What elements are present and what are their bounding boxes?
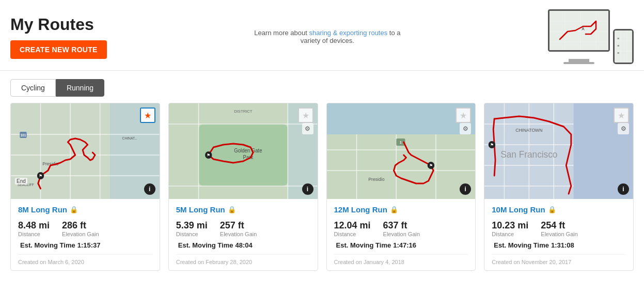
lock-icon-3: 🔒 [390, 206, 398, 213]
device-illustration: STRAVA [548, 9, 634, 64]
elevation-label-3: Elevation Gain [383, 231, 420, 237]
monitor-base [563, 62, 594, 64]
wrench-button-3[interactable]: ⚙ [460, 123, 471, 134]
svg-text:Golden Gate: Golden Gate [234, 148, 262, 153]
monitor-map: STRAVA [549, 11, 608, 50]
info-button-2[interactable]: i [302, 183, 313, 195]
elevation-stat-4: 254 ft Elevation Gain [541, 220, 578, 237]
elevation-stat-2: 257 ft Elevation Gain [220, 220, 257, 237]
svg-rect-44 [327, 103, 476, 134]
elevation-stat-3: 637 ft Elevation Gain [383, 220, 420, 237]
svg-text:1: 1 [400, 141, 402, 144]
created-on-1: Created on March 6, 2020 [18, 254, 152, 265]
distance-stat-4: 10.23 mi Distance [492, 220, 528, 237]
route-info-3: 12M Long Run 🔒 12.04 mi Distance 637 ft … [327, 199, 476, 270]
svg-text:≡: ≡ [617, 37, 619, 40]
created-on-2: Created on February 28, 2020 [176, 254, 310, 265]
route-link-4[interactable]: 10M Long Run [492, 205, 545, 214]
est-moving-time-label-4: Est. Moving Time [494, 241, 549, 249]
info-button-4[interactable]: i [618, 183, 629, 195]
route-map-1: 101 Presidio CHINAT... SEACLIFF ⚑ ★ i En… [11, 103, 160, 199]
route-card-4: San Francisco CHINATOWN ⚑ ★ ⚙ i 10M Long… [484, 103, 634, 271]
route-info-2: 5M Long Run 🔒 5.39 mi Distance 257 ft El… [169, 199, 318, 270]
star-button-1[interactable]: ★ [140, 107, 155, 123]
elevation-value-1: 286 ft [62, 220, 99, 231]
svg-text:⚑: ⚑ [207, 153, 210, 158]
svg-rect-0 [549, 11, 608, 50]
tab-running[interactable]: Running [56, 79, 104, 97]
svg-text:CHINATOWN: CHINATOWN [515, 128, 542, 133]
svg-text:101: 101 [20, 133, 26, 137]
stats-row-3: 12.04 mi Distance 637 ft Elevation Gain [334, 220, 468, 237]
tab-cycling[interactable]: Cycling [10, 79, 56, 97]
route-map-3: 1 Presidio ⚑ ★ ⚙ i [327, 103, 476, 199]
svg-text:San Francisco: San Francisco [500, 149, 557, 160]
star-button-2[interactable]: ★ [298, 107, 313, 123]
page-header: My Routes Create New Route Learn more ab… [0, 0, 644, 71]
route-link-1[interactable]: 8M Long Run [18, 205, 67, 214]
route-title-4: 10M Long Run 🔒 [492, 205, 626, 214]
moving-time-value-3: 1:47:16 [393, 241, 416, 249]
elevation-value-2: 257 ft [220, 220, 257, 231]
moving-time-row-3: Est. Moving Time1:47:16 [334, 241, 468, 249]
est-moving-time-label-1: Est. Moving Time [20, 241, 75, 249]
route-map-2: DISTRICT Golden Gate Park ⚑ ★ ⚙ i [169, 103, 318, 199]
star-icon-1: ★ [144, 111, 151, 120]
created-on-4: Created on November 20, 2017 [492, 254, 626, 265]
wrench-button-2[interactable]: ⚙ [302, 123, 313, 134]
created-on-3: Created on January 4, 2018 [334, 254, 468, 265]
svg-text:DISTRICT: DISTRICT [234, 109, 253, 114]
star-icon-3: ★ [460, 111, 467, 120]
moving-time-value-1: 1:15:37 [77, 241, 101, 249]
svg-text:⚑: ⚑ [429, 163, 432, 168]
end-label-1: End [15, 178, 27, 184]
distance-value-3: 12.04 mi [334, 220, 371, 231]
route-title-2: 5M Long Run 🔒 [176, 205, 310, 214]
stats-row-1: 8.48 mi Distance 286 ft Elevation Gain [18, 220, 152, 237]
moving-time-value-2: 48:04 [235, 241, 252, 249]
elevation-stat-1: 286 ft Elevation Gain [62, 220, 99, 237]
sharing-link[interactable]: sharing & exporting routes [309, 29, 387, 37]
elevation-label-1: Elevation Gain [62, 231, 99, 237]
est-moving-time-label-2: Est. Moving Time [178, 241, 233, 249]
distance-label-2: Distance [176, 231, 208, 237]
distance-stat-2: 5.39 mi Distance [176, 220, 208, 237]
distance-value-1: 8.48 mi [18, 220, 50, 231]
tabs-section: Cycling Running [0, 71, 644, 103]
header-left: My Routes Create New Route [10, 15, 107, 59]
route-card-2: DISTRICT Golden Gate Park ⚑ ★ ⚙ i 5M Lon… [168, 103, 318, 271]
page-title: My Routes [10, 15, 107, 34]
star-icon-2: ★ [302, 111, 309, 120]
wrench-button-4[interactable]: ⚙ [618, 123, 629, 134]
info-button-1[interactable]: i [144, 183, 155, 195]
distance-stat-1: 8.48 mi Distance [18, 220, 50, 237]
svg-text:⚑: ⚑ [490, 143, 494, 147]
header-promo: Learn more about sharing & exporting rou… [229, 29, 426, 44]
moving-time-row-1: Est. Moving Time1:15:37 [18, 241, 152, 249]
stats-row-2: 5.39 mi Distance 257 ft Elevation Gain [176, 220, 310, 237]
route-link-3[interactable]: 12M Long Run [334, 205, 387, 214]
svg-text:⚑: ⚑ [39, 174, 42, 178]
elevation-value-4: 254 ft [541, 220, 578, 231]
route-title-1: 8M Long Run 🔒 [18, 205, 152, 214]
stats-row-4: 10.23 mi Distance 254 ft Elevation Gain [492, 220, 626, 237]
distance-label-4: Distance [492, 231, 528, 237]
phone-graphic: ≡ ≡ ≡ [613, 29, 634, 64]
header-illustration: STRAVA [548, 9, 634, 64]
star-button-4[interactable]: ★ [614, 107, 629, 123]
moving-time-row-2: Est. Moving Time48:04 [176, 241, 310, 249]
svg-text:≡: ≡ [617, 51, 619, 55]
svg-text:≡: ≡ [617, 44, 619, 48]
monitor-wrapper: STRAVA [548, 9, 610, 64]
create-route-button[interactable]: Create New Route [10, 40, 107, 59]
star-button-3[interactable]: ★ [455, 107, 471, 123]
lock-icon-2: 🔒 [228, 206, 236, 213]
lock-icon-1: 🔒 [70, 206, 78, 213]
distance-label-3: Distance [334, 231, 371, 237]
monitor-graphic: STRAVA [548, 9, 610, 52]
route-link-2[interactable]: 5M Long Run [176, 205, 225, 214]
phone-map: ≡ ≡ ≡ [615, 30, 632, 63]
routes-grid: 101 Presidio CHINAT... SEACLIFF ⚑ ★ i En… [0, 103, 644, 281]
route-type-tabs: Cycling Running [10, 79, 634, 97]
distance-stat-3: 12.04 mi Distance [334, 220, 371, 237]
